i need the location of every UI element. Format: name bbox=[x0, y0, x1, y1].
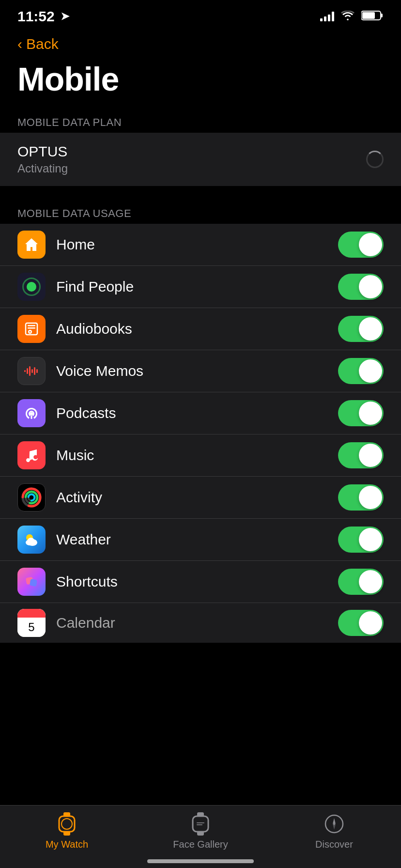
section-header-data-usage: MOBILE DATA USAGE bbox=[0, 203, 401, 224]
tab-my-watch-label: My Watch bbox=[46, 839, 88, 850]
status-icons bbox=[320, 10, 384, 23]
toggle-knob bbox=[359, 444, 382, 467]
app-name-audiobooks: Audiobooks bbox=[56, 321, 338, 337]
status-bar: 11:52 ➤ bbox=[0, 0, 401, 29]
app-name-podcasts: Podcasts bbox=[56, 405, 338, 421]
wifi-icon bbox=[341, 11, 355, 22]
svg-rect-15 bbox=[31, 415, 32, 419]
list-item: Find People bbox=[0, 266, 401, 308]
data-usage-list: Home Find People Audiobooks bbox=[0, 224, 401, 643]
svg-rect-29 bbox=[30, 579, 37, 587]
list-item: Podcasts bbox=[0, 392, 401, 434]
list-item: Home bbox=[0, 224, 401, 266]
svg-rect-10 bbox=[29, 366, 31, 376]
location-icon: ➤ bbox=[61, 10, 69, 23]
tab-discover[interactable]: Discover bbox=[267, 811, 401, 850]
list-item: Voice Memos bbox=[0, 350, 401, 392]
svg-rect-1 bbox=[381, 14, 383, 17]
app-name-find-people: Find People bbox=[56, 279, 338, 295]
toggle-music[interactable] bbox=[338, 442, 384, 468]
app-name-shortcuts: Shortcuts bbox=[56, 574, 338, 590]
home-app-icon bbox=[17, 231, 46, 259]
svg-rect-9 bbox=[27, 368, 28, 374]
tab-bar: My Watch Face Gallery bbox=[0, 805, 401, 868]
tab-my-watch[interactable]: My Watch bbox=[0, 811, 134, 850]
bottom-spacer bbox=[0, 643, 401, 711]
weather-app-icon bbox=[17, 526, 46, 554]
toggle-podcasts[interactable] bbox=[338, 400, 384, 426]
toggle-weather[interactable] bbox=[338, 527, 384, 553]
carrier-name: OPTUS bbox=[17, 143, 366, 160]
activity-app-icon bbox=[17, 483, 46, 512]
section-spacer bbox=[0, 186, 401, 203]
svg-rect-4 bbox=[28, 325, 35, 326]
music-app-icon bbox=[17, 441, 46, 469]
toggle-knob bbox=[359, 359, 382, 383]
voice-memos-app-icon bbox=[17, 357, 46, 385]
signal-icon bbox=[320, 12, 334, 21]
toggle-knob bbox=[359, 486, 382, 509]
back-button[interactable]: ‹ Back bbox=[0, 29, 401, 55]
find-people-app-icon bbox=[17, 273, 46, 301]
toggle-knob bbox=[359, 570, 382, 593]
toggle-home[interactable] bbox=[338, 232, 384, 258]
tab-face-gallery[interactable]: Face Gallery bbox=[134, 811, 267, 850]
svg-point-33 bbox=[62, 819, 72, 829]
svg-rect-5 bbox=[28, 327, 35, 329]
svg-rect-35 bbox=[193, 816, 208, 832]
toggle-shortcuts[interactable] bbox=[338, 569, 384, 595]
toggle-voice-memos[interactable] bbox=[338, 358, 384, 384]
svg-rect-37 bbox=[197, 822, 204, 823]
list-item: Weather bbox=[0, 519, 401, 561]
svg-rect-8 bbox=[24, 370, 26, 372]
discover-tab-icon bbox=[322, 811, 347, 837]
home-indicator bbox=[147, 859, 254, 863]
app-name-calendar: Calendar bbox=[56, 615, 338, 631]
shortcuts-app-icon bbox=[17, 568, 46, 596]
list-item: Music bbox=[0, 434, 401, 477]
status-time: 11:52 ➤ bbox=[17, 8, 69, 25]
page-title: Mobile bbox=[0, 55, 401, 112]
app-name-weather: Weather bbox=[56, 531, 338, 548]
toggle-knob bbox=[359, 275, 382, 298]
svg-rect-13 bbox=[36, 369, 38, 373]
toggle-calendar[interactable] bbox=[338, 610, 384, 636]
svg-rect-11 bbox=[31, 369, 33, 373]
toggle-audiobooks[interactable] bbox=[338, 316, 384, 342]
chevron-back-icon: ‹ bbox=[17, 36, 22, 52]
back-label: Back bbox=[26, 36, 59, 52]
calendar-app-icon: 5 bbox=[17, 609, 46, 637]
find-people-dot bbox=[27, 282, 36, 292]
list-item: Activity bbox=[0, 477, 401, 519]
tab-face-gallery-label: Face Gallery bbox=[173, 839, 228, 850]
tab-discover-label: Discover bbox=[315, 839, 353, 850]
list-item: Audiobooks bbox=[0, 308, 401, 350]
app-name-music: Music bbox=[56, 447, 338, 464]
app-name-home: Home bbox=[56, 236, 338, 253]
toggle-knob bbox=[359, 317, 382, 341]
app-name-voice-memos: Voice Memos bbox=[56, 363, 338, 379]
toggle-find-people[interactable] bbox=[338, 274, 384, 300]
toggle-knob bbox=[359, 402, 382, 425]
toggle-knob bbox=[359, 233, 382, 256]
svg-rect-32 bbox=[63, 831, 70, 836]
svg-point-42 bbox=[333, 823, 335, 825]
optus-info: OPTUS Activating bbox=[17, 143, 366, 175]
data-plan-card: OPTUS Activating bbox=[0, 133, 401, 186]
section-header-data-plan: MOBILE DATA PLAN bbox=[0, 112, 401, 133]
svg-rect-2 bbox=[362, 12, 375, 19]
my-watch-tab-icon bbox=[54, 811, 79, 837]
loading-spinner bbox=[366, 151, 384, 168]
podcasts-app-icon bbox=[17, 399, 46, 427]
carrier-status: Activating bbox=[17, 162, 366, 175]
optus-row[interactable]: OPTUS Activating bbox=[0, 133, 401, 186]
svg-rect-38 bbox=[197, 824, 202, 825]
audiobooks-app-icon bbox=[17, 315, 46, 343]
svg-rect-12 bbox=[34, 367, 35, 375]
svg-point-25 bbox=[28, 538, 34, 543]
toggle-knob bbox=[359, 611, 382, 635]
battery-icon bbox=[361, 10, 384, 23]
svg-rect-36 bbox=[197, 831, 204, 836]
svg-point-7 bbox=[30, 331, 31, 333]
toggle-activity[interactable] bbox=[338, 484, 384, 511]
